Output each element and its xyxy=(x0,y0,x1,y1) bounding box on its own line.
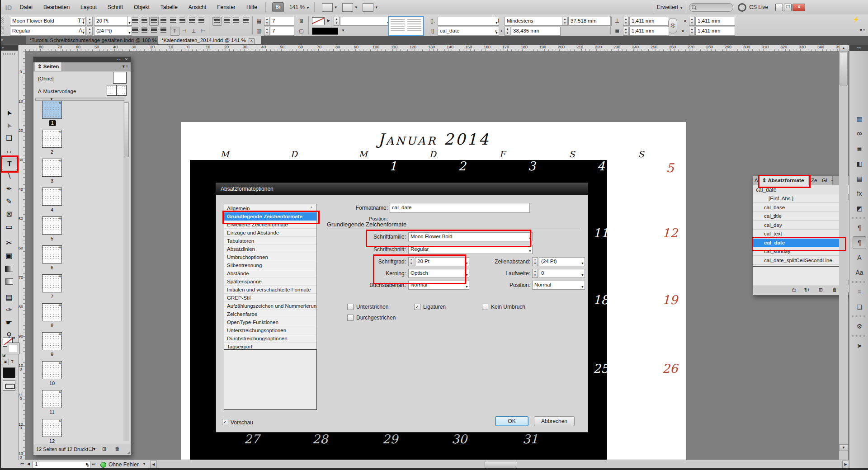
pages-panel-icon[interactable]: ▦ xyxy=(853,113,866,125)
menu-bearbeiten[interactable]: Bearbeiten xyxy=(38,0,75,14)
leading-stepper[interactable]: ▲▼ xyxy=(87,27,93,36)
row-height-field[interactable]: 37,518 mm xyxy=(568,17,612,26)
document-tab-2[interactable]: *Kalenderdaten_2014.indd @ 141 %✕ xyxy=(158,36,261,44)
dialog-section-8[interactable]: Silbentrennung xyxy=(224,261,316,269)
close-button[interactable]: X xyxy=(793,4,805,11)
style-item-5[interactable]: cal_text xyxy=(753,230,842,238)
note-tool[interactable]: ▤ xyxy=(2,291,16,303)
master-a-thumbnail-left[interactable] xyxy=(107,85,117,96)
durchgestrichen-checkbox[interactable] xyxy=(347,315,354,321)
page-number-6[interactable]: 6 xyxy=(42,265,62,270)
hand-tool[interactable]: ☛ xyxy=(2,317,16,329)
minimize-button[interactable]: ─ xyxy=(775,4,783,11)
inset-right-stepper[interactable]: ▲▼ xyxy=(689,27,695,36)
eyedropper-tool[interactable]: ✑ xyxy=(2,304,16,316)
close-tab-icon[interactable]: ✕ xyxy=(249,38,255,44)
close-panel-icon[interactable]: ✕ xyxy=(125,57,128,61)
frame-tool[interactable]: ⊠ xyxy=(2,208,16,220)
stroke-swatch[interactable] xyxy=(7,343,19,354)
scripts-panel-icon[interactable]: ⚙ xyxy=(853,320,866,333)
menu-schrift[interactable]: Schrift xyxy=(102,0,128,14)
dialog-section-11[interactable]: Initialen und verschachtelte Formate xyxy=(224,286,316,294)
vorschau-checkbox[interactable]: ✓ xyxy=(222,419,228,425)
style-item-3[interactable]: cal_title xyxy=(753,212,842,221)
inset-top-stepper[interactable]: ▲▼ xyxy=(623,17,629,26)
page-number-12[interactable]: 12 xyxy=(42,438,62,444)
stroke-color-swatch[interactable] xyxy=(312,17,325,25)
view-options-icon[interactable] xyxy=(322,3,333,12)
gap-tool[interactable]: ↔ xyxy=(2,145,16,157)
style-item-8[interactable]: cal_date_splitCellSecondLine xyxy=(753,256,842,265)
dialog-section-12[interactable]: GREP-Stil xyxy=(224,294,316,302)
stroke-panel-icon[interactable]: ≣ xyxy=(853,142,866,155)
stroke-flyout-icon[interactable]: ▶ xyxy=(325,17,333,25)
dialog-section-2[interactable]: Grundlegende Zeichenformate xyxy=(224,212,316,221)
resize-grip-icon[interactable]: ◢ xyxy=(127,451,130,455)
type-tool[interactable]: T xyxy=(2,158,17,170)
cell-style-select[interactable]: cal_date xyxy=(438,27,499,36)
zeilenabstand-stepper[interactable]: ▲▼ xyxy=(532,257,538,266)
page-number-field[interactable]: 1 xyxy=(33,461,90,468)
font-style-select[interactable]: Regular xyxy=(10,27,86,36)
justify-last-left-button[interactable] xyxy=(130,27,140,36)
expand-panel-icon[interactable]: » xyxy=(831,179,833,183)
font-size-select[interactable]: 20 Pt xyxy=(94,17,132,26)
font-size-stepper[interactable]: ▲▼ xyxy=(87,17,93,26)
cs-live-label[interactable]: CS Live xyxy=(749,4,768,10)
preflight-menu-icon[interactable]: ▼ xyxy=(141,461,147,467)
formatname-input[interactable]: cal_date xyxy=(390,203,530,213)
inset-bottom-field[interactable]: 1,411 mm xyxy=(629,27,669,36)
ligaturen-checkbox[interactable]: ✓ xyxy=(414,304,420,310)
page-tool[interactable]: ❏ xyxy=(2,132,16,144)
vertical-align-bottom-button[interactable] xyxy=(231,17,241,26)
dialog-section-10[interactable]: Spaltenspanne xyxy=(224,277,316,286)
menu-objekt[interactable]: Objekt xyxy=(128,0,155,14)
page-number-3[interactable]: 3 xyxy=(42,178,62,183)
style-item-1[interactable]: [Einf. Abs.] xyxy=(753,194,842,203)
menu-fenster[interactable]: Fenster xyxy=(212,0,241,14)
preflight-panel-icon[interactable]: ➤ xyxy=(853,339,866,352)
menu-layout[interactable]: Layout xyxy=(75,0,102,14)
page-thumbnail-6[interactable] xyxy=(42,245,62,263)
page-thumbnail-8[interactable] xyxy=(42,303,62,321)
dialog-title-bar[interactable]: Absatzformatoptionen xyxy=(216,183,588,195)
dialog-section-7[interactable]: Umbruchoptionen xyxy=(224,253,316,261)
style-item-7[interactable]: cal_sunday xyxy=(753,247,842,256)
laufweite-stepper[interactable]: ▲▼ xyxy=(532,269,538,278)
dialog-section-6[interactable]: Absatzlinien xyxy=(224,245,316,253)
dialog-section-3[interactable]: Erweiterte Zeichenformate xyxy=(224,221,316,229)
table-columns-field[interactable]: 7 xyxy=(270,27,294,36)
unterstrichen-checkbox[interactable] xyxy=(347,304,354,310)
justify-all-button[interactable] xyxy=(187,17,197,26)
paragraph-styles-tab[interactable]: ⇕ Absatzformate xyxy=(760,176,811,185)
stroke-weight-select[interactable] xyxy=(340,17,391,26)
fill-flyout-icon[interactable]: ▼ xyxy=(339,27,347,35)
page-number-7[interactable]: 7 xyxy=(42,294,62,299)
insets-link-button[interactable]: ⛓ xyxy=(668,18,677,33)
page-thumbnail-4[interactable] xyxy=(42,188,62,206)
formatting-affects-text-icon[interactable]: T xyxy=(9,359,15,364)
superscript-icon[interactable]: ⊥ xyxy=(189,27,198,36)
previous-page-button[interactable]: ◀ xyxy=(25,461,32,467)
paragraph-panel-icon[interactable]: ¶ xyxy=(853,221,866,234)
dialog-section-9[interactable]: Abstände xyxy=(224,269,316,277)
masters-divider[interactable] xyxy=(35,98,124,101)
zoom-level-field[interactable]: 141 %▼ xyxy=(288,4,311,10)
search-input[interactable] xyxy=(689,3,733,12)
arrange-documents-icon[interactable] xyxy=(363,3,373,12)
character-styles-panel-icon[interactable]: A xyxy=(853,251,866,264)
new-style-group-icon[interactable]: 🗀 xyxy=(792,287,797,292)
stroke-weight-stepper[interactable]: ▲▼ xyxy=(334,17,340,26)
apply-none-button[interactable] xyxy=(3,380,15,391)
direct-selection-tool[interactable]: ➤ xyxy=(2,120,16,132)
list-scroll-up-icon[interactable]: ▲ xyxy=(310,205,313,209)
effects-panel-icon[interactable]: fx xyxy=(853,187,866,200)
cell-options-button[interactable]: ▢ xyxy=(297,27,306,36)
position-select[interactable]: Normal xyxy=(532,281,585,290)
kein-umbruch-checkbox[interactable] xyxy=(482,304,488,310)
table-rows-field[interactable]: 7 xyxy=(270,17,294,26)
pencil-tool[interactable]: ✎ xyxy=(2,196,16,207)
gradient-panel-icon[interactable]: ◩ xyxy=(853,202,866,215)
page-thumbnail-3[interactable] xyxy=(42,159,62,177)
tools-panel-header[interactable]: » xyxy=(0,45,18,51)
